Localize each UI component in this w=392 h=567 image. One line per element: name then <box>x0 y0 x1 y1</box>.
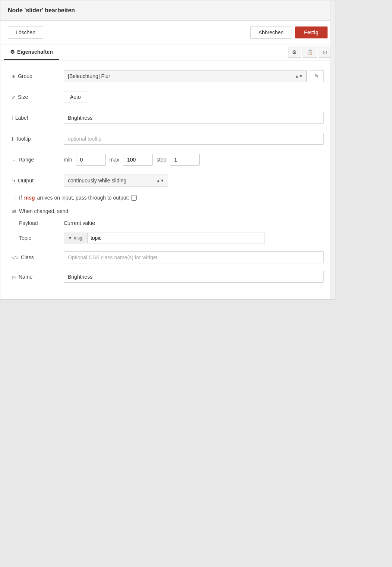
range-step-input[interactable] <box>170 154 200 166</box>
topic-msg-prefix: msg. <box>74 235 83 241</box>
tab-properties-label: Eigenschaften <box>17 49 53 55</box>
tooltip-label: ℹ Tooltip <box>12 136 64 142</box>
output-select[interactable]: continuously while sliding only on relea… <box>64 175 168 187</box>
when-changed-header: ✉ When changed, send: <box>12 208 324 214</box>
group-label: ⊞ Group <box>12 73 64 79</box>
grid-icon: ⊞ <box>12 73 16 79</box>
class-row: </> Class <box>12 251 324 263</box>
payload-value: Current value <box>64 220 95 226</box>
tab-icon-doc-button[interactable]: 📋 <box>303 47 317 58</box>
step-label: step <box>157 157 166 163</box>
code-icon: </> <box>12 255 19 260</box>
resize-icon: ⤢ <box>12 94 16 100</box>
output-label: ↪ Output <box>12 178 64 184</box>
msg-keyword: msg <box>24 195 35 201</box>
range-max-input[interactable] <box>123 154 153 166</box>
header-title: Node 'slider' bearbeiten <box>8 7 75 13</box>
msg-arrives-text: arrives on input, pass through to output… <box>37 195 129 201</box>
class-input[interactable] <box>64 251 324 263</box>
group-edit-button[interactable]: ✎ <box>310 70 324 82</box>
payload-row: Payload Current value <box>19 220 324 226</box>
arrows-icon: ↔ <box>12 157 16 163</box>
tab-icons-group: ⚙ 📋 ⊡ <box>288 47 331 58</box>
range-inputs: min max step <box>64 154 200 166</box>
payload-label: Payload <box>19 220 64 226</box>
range-min-input[interactable] <box>76 154 106 166</box>
done-button[interactable]: Fertig <box>295 26 328 38</box>
topic-label: Topic <box>19 235 64 241</box>
when-changed-label: When changed, send: <box>19 208 70 214</box>
name-row: 🏷 Name <box>12 271 324 283</box>
tabs-bar: ⚙ Eigenschaften ⚙ 📋 ⊡ <box>0 44 335 60</box>
topic-row: Topic ▼ msg. <box>19 232 324 244</box>
cancel-button[interactable]: Abbrechen <box>250 26 291 39</box>
topic-dropdown-arrow-icon: ▼ <box>68 235 72 241</box>
tab-gear-icon: ⚙ <box>10 49 15 55</box>
size-auto-button[interactable]: Auto <box>64 91 87 103</box>
group-row: ⊞ Group [Beleuchtung] Flur ▲▼ ✎ <box>12 69 324 83</box>
group-select-wrapper: [Beleuchtung] Flur ▲▼ <box>64 70 307 82</box>
tab-icon-layout-button[interactable]: ⊡ <box>319 47 331 58</box>
output-row: ↪ Output continuously while sliding only… <box>12 174 324 187</box>
label-input[interactable] <box>64 112 324 124</box>
cursor-icon: I <box>12 115 13 121</box>
label-field-label: I Label <box>12 115 64 121</box>
msg-passthrough-row: → If msg arrives on input, pass through … <box>12 195 324 201</box>
min-label: min <box>64 157 72 163</box>
output-arrow-icon: ↪ <box>12 178 16 184</box>
tab-properties[interactable]: ⚙ Eigenschaften <box>4 44 59 60</box>
panel-header: Node 'slider' bearbeiten <box>0 0 335 21</box>
topic-input[interactable] <box>88 232 265 244</box>
tag-icon: 🏷 <box>12 274 16 280</box>
topic-dropdown-button[interactable]: ▼ msg. <box>64 233 88 243</box>
range-row: ↔ Range min max step <box>12 153 324 166</box>
msg-if-text: If <box>19 195 22 201</box>
size-row: ⤢ Size Auto <box>12 90 324 104</box>
envelope-icon: ✉ <box>12 208 16 214</box>
max-label: max <box>110 157 119 163</box>
label-row: I Label <box>12 111 324 125</box>
delete-button[interactable]: Löschen <box>8 26 43 39</box>
msg-passthrough-checkbox[interactable] <box>131 195 137 201</box>
group-select[interactable]: [Beleuchtung] Flur <box>64 70 307 82</box>
info-icon: ℹ <box>12 136 13 142</box>
toolbar: Löschen Abbrechen Fertig <box>0 21 335 44</box>
class-label: </> Class <box>12 254 64 260</box>
tooltip-row: ℹ Tooltip <box>12 132 324 145</box>
arrow-right-icon: → <box>12 195 17 201</box>
topic-input-wrapper: ▼ msg. <box>64 232 265 244</box>
content-area: ⊞ Group [Beleuchtung] Flur ▲▼ ✎ ⤢ Size A… <box>0 60 335 299</box>
tooltip-input[interactable] <box>64 133 324 145</box>
pencil-icon: ✎ <box>314 73 319 79</box>
tab-icon-gear-button[interactable]: ⚙ <box>288 47 301 58</box>
scrollbar[interactable] <box>331 0 335 299</box>
size-label: ⤢ Size <box>12 94 64 100</box>
output-select-wrapper: continuously while sliding only on relea… <box>64 175 168 187</box>
name-label: 🏷 Name <box>12 274 64 280</box>
name-input[interactable] <box>64 271 324 283</box>
when-changed-section: ✉ When changed, send: Payload Current va… <box>12 208 324 244</box>
range-label: ↔ Range <box>12 157 64 163</box>
